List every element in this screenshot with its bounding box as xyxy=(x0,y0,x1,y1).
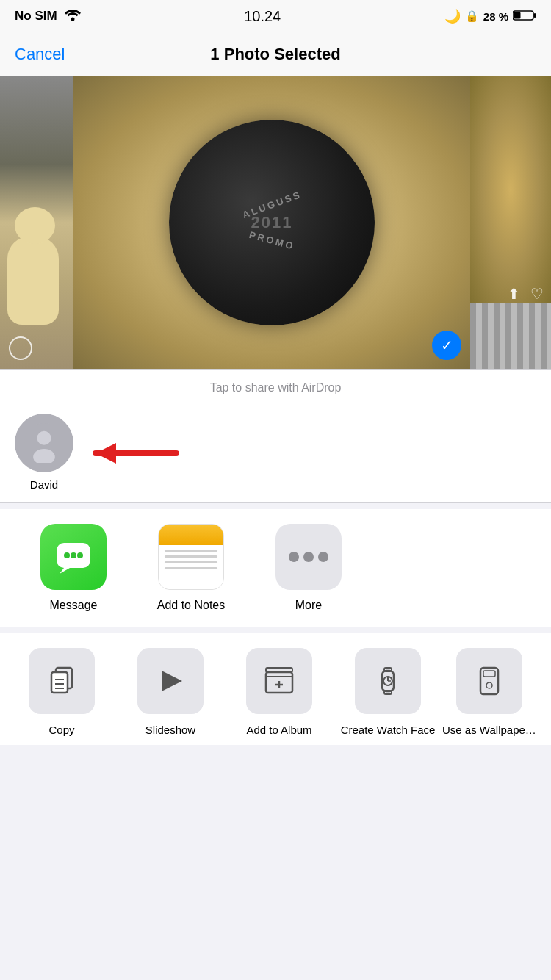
svg-point-5 xyxy=(37,431,51,445)
airdrop-hint: Tap to share with AirDrop xyxy=(15,381,536,406)
message-app-icon xyxy=(40,524,107,590)
wifi-icon xyxy=(65,9,81,24)
dog-photo xyxy=(0,76,73,369)
airdrop-section: Tap to share with AirDrop David xyxy=(0,370,551,503)
svg-rect-32 xyxy=(483,671,495,677)
photo-strip: ALUGUSS 2011 PROMO ✓ ⬆ ♡ xyxy=(0,76,551,369)
photo-right[interactable]: ⬆ ♡ xyxy=(470,76,551,369)
copy-icon-svg xyxy=(46,665,78,697)
action-item-slideshow[interactable]: Slideshow xyxy=(116,648,225,738)
notes-app-icon xyxy=(158,524,224,590)
watch-icon-svg xyxy=(372,665,404,697)
more-dot-2 xyxy=(303,552,314,562)
action-label-watch-face: Create Watch Face xyxy=(341,723,436,738)
more-dot-3 xyxy=(318,552,328,562)
notes-line-2 xyxy=(165,555,217,558)
notes-line-1 xyxy=(165,550,217,552)
nav-title: 1 Photo Selected xyxy=(210,45,340,64)
battery-label: 28 % xyxy=(483,10,508,23)
app-item-notes[interactable]: Add to Notes xyxy=(132,524,250,612)
time-label: 10.24 xyxy=(244,8,281,25)
actions-section: Copy Slideshow Add to Album xyxy=(0,633,551,745)
watch-face-icon-box xyxy=(355,648,421,714)
status-bar: No SIM 10.24 🌙 🔒 28 % xyxy=(0,0,551,32)
apps-row: Message Add to Notes More xyxy=(0,524,551,612)
wallpaper-icon-svg xyxy=(473,665,505,697)
svg-point-33 xyxy=(486,682,492,688)
contact-item-david[interactable]: David xyxy=(15,414,73,491)
app-label-more: More xyxy=(295,599,322,612)
more-dot-1 xyxy=(289,552,299,562)
moon-icon: 🌙 xyxy=(444,8,461,24)
airdrop-contacts: David xyxy=(15,406,536,502)
add-album-icon-svg xyxy=(263,665,295,697)
action-label-wallpaper: Use as Wallpape… xyxy=(442,723,536,738)
dog-body xyxy=(7,237,59,325)
notes-line-3 xyxy=(165,561,217,563)
message-icon-svg xyxy=(54,537,93,577)
battery-icon xyxy=(513,10,536,24)
svg-point-0 xyxy=(71,17,74,21)
svg-marker-19 xyxy=(162,671,182,691)
selection-circle-main[interactable]: ✓ xyxy=(432,331,461,360)
notes-line-4 xyxy=(165,567,217,569)
wallpaper-icon-box xyxy=(456,648,522,714)
svg-marker-8 xyxy=(96,443,116,464)
carrier-label: No SIM xyxy=(15,9,57,24)
photo-left[interactable] xyxy=(0,76,73,369)
svg-point-13 xyxy=(77,552,83,558)
selection-circle-left[interactable] xyxy=(9,336,32,360)
photo-right-top xyxy=(470,76,551,303)
more-app-icon xyxy=(276,524,342,590)
svg-rect-2 xyxy=(534,13,536,18)
photo-main[interactable]: ALUGUSS 2011 PROMO ✓ xyxy=(73,76,470,369)
separator-2 xyxy=(0,503,551,509)
contact-name: David xyxy=(30,478,58,491)
svg-marker-10 xyxy=(60,568,70,574)
add-album-icon-box xyxy=(246,648,312,714)
avatar-svg xyxy=(24,423,64,463)
app-label-notes: Add to Notes xyxy=(157,599,226,612)
action-item-add-album[interactable]: Add to Album xyxy=(225,648,334,738)
nav-bar: Cancel 1 Photo Selected xyxy=(0,32,551,76)
coin-text: ALUGUSS 2011 PROMO xyxy=(241,199,303,246)
photo-right-bottom xyxy=(470,303,551,369)
svg-point-11 xyxy=(64,552,70,558)
notes-lines xyxy=(159,545,223,589)
slideshow-icon-svg xyxy=(154,665,187,697)
action-label-slideshow: Slideshow xyxy=(145,723,195,738)
photo-actions-overlay: ⬆ ♡ xyxy=(508,285,544,303)
svg-rect-15 xyxy=(51,672,68,693)
slideshow-icon-box xyxy=(137,648,204,714)
checkmark-icon: ✓ xyxy=(441,336,453,354)
contact-avatar xyxy=(15,414,73,472)
notes-yellow-header xyxy=(159,525,223,545)
apps-section: Message Add to Notes More xyxy=(0,509,551,627)
action-item-watch-face[interactable]: Create Watch Face xyxy=(334,648,442,738)
photo-right-inner xyxy=(470,76,551,303)
action-item-wallpaper[interactable]: Use as Wallpape… xyxy=(442,648,536,738)
lock-icon: 🔒 xyxy=(465,10,479,23)
action-label-copy: Copy xyxy=(48,723,74,738)
status-left: No SIM xyxy=(15,9,81,24)
cancel-button[interactable]: Cancel xyxy=(15,45,65,64)
app-label-message: Message xyxy=(50,599,98,612)
app-item-message[interactable]: Message xyxy=(15,524,132,612)
copy-icon-box xyxy=(29,648,95,714)
svg-rect-27 xyxy=(384,691,392,694)
svg-rect-3 xyxy=(514,12,521,18)
app-item-more[interactable]: More xyxy=(250,524,367,612)
share-icon[interactable]: ⬆ xyxy=(508,285,520,303)
contact-row: David xyxy=(15,414,73,491)
dog-head xyxy=(15,207,55,244)
heart-icon[interactable]: ♡ xyxy=(530,285,544,303)
svg-point-12 xyxy=(71,552,76,558)
red-arrow xyxy=(81,437,184,472)
actions-row: Copy Slideshow Add to Album xyxy=(0,648,551,738)
coin-circle: ALUGUSS 2011 PROMO xyxy=(169,120,375,325)
action-item-copy[interactable]: Copy xyxy=(7,648,116,738)
status-right: 🌙 🔒 28 % xyxy=(444,8,536,24)
separator-3 xyxy=(0,627,551,633)
arrow-svg xyxy=(81,437,184,469)
svg-rect-24 xyxy=(266,668,292,672)
